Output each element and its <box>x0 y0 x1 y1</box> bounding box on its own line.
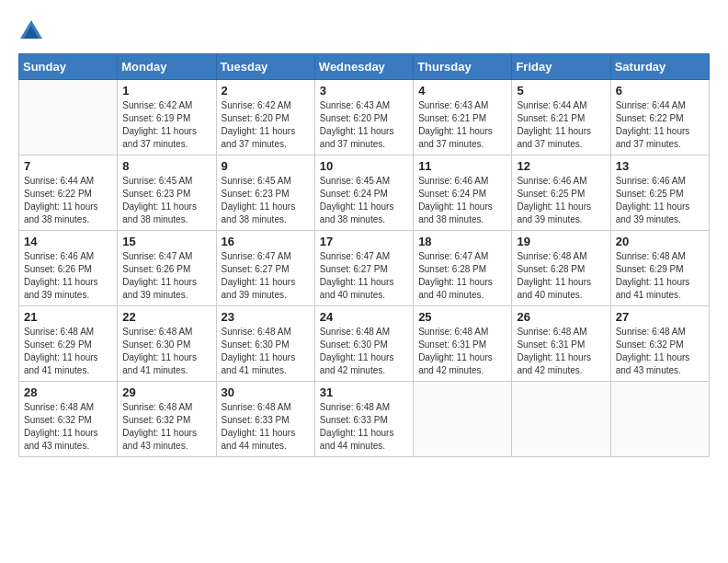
calendar-cell: 31Sunrise: 6:48 AM Sunset: 6:33 PM Dayli… <box>314 382 413 457</box>
day-info: Sunrise: 6:48 AM Sunset: 6:33 PM Dayligh… <box>222 401 310 453</box>
calendar-cell: 23Sunrise: 6:48 AM Sunset: 6:30 PM Dayli… <box>216 306 314 382</box>
calendar-cell: 2Sunrise: 6:42 AM Sunset: 6:20 PM Daylig… <box>216 80 314 155</box>
day-info: Sunrise: 6:45 AM Sunset: 6:24 PM Dayligh… <box>320 175 408 226</box>
calendar-cell: 24Sunrise: 6:48 AM Sunset: 6:30 PM Dayli… <box>314 306 413 382</box>
day-number: 17 <box>320 235 408 248</box>
calendar-cell: 12Sunrise: 6:46 AM Sunset: 6:25 PM Dayli… <box>512 155 610 231</box>
calendar-cell: 6Sunrise: 6:44 AM Sunset: 6:22 PM Daylig… <box>610 80 709 155</box>
day-info: Sunrise: 6:45 AM Sunset: 6:23 PM Dayligh… <box>122 175 210 226</box>
calendar-cell: 27Sunrise: 6:48 AM Sunset: 6:32 PM Dayli… <box>610 306 709 382</box>
day-number: 4 <box>418 84 506 98</box>
day-number: 1 <box>122 84 210 98</box>
day-info: Sunrise: 6:48 AM Sunset: 6:29 PM Dayligh… <box>24 326 112 377</box>
day-info: Sunrise: 6:48 AM Sunset: 6:31 PM Dayligh… <box>418 326 506 377</box>
weekday-header: Monday <box>118 54 216 80</box>
calendar-table: SundayMondayTuesdayWednesdayThursdayFrid… <box>18 53 710 457</box>
calendar-cell: 18Sunrise: 6:47 AM Sunset: 6:28 PM Dayli… <box>414 231 512 306</box>
logo-icon <box>18 18 44 44</box>
day-info: Sunrise: 6:44 AM Sunset: 6:22 PM Dayligh… <box>24 175 112 226</box>
calendar-cell: 5Sunrise: 6:44 AM Sunset: 6:21 PM Daylig… <box>512 80 610 155</box>
calendar-cell: 9Sunrise: 6:45 AM Sunset: 6:23 PM Daylig… <box>216 155 314 231</box>
day-info: Sunrise: 6:45 AM Sunset: 6:23 PM Dayligh… <box>222 175 310 226</box>
weekday-header-row: SundayMondayTuesdayWednesdayThursdayFrid… <box>19 54 710 80</box>
day-info: Sunrise: 6:47 AM Sunset: 6:26 PM Dayligh… <box>122 250 210 302</box>
day-number: 14 <box>24 235 112 248</box>
weekday-header: Saturday <box>610 54 709 80</box>
calendar-cell: 25Sunrise: 6:48 AM Sunset: 6:31 PM Dayli… <box>414 306 512 382</box>
day-number: 31 <box>320 385 408 399</box>
day-info: Sunrise: 6:42 AM Sunset: 6:20 PM Dayligh… <box>222 99 310 151</box>
calendar-cell: 14Sunrise: 6:46 AM Sunset: 6:26 PM Dayli… <box>19 231 118 306</box>
day-number: 2 <box>222 84 310 98</box>
day-info: Sunrise: 6:44 AM Sunset: 6:21 PM Dayligh… <box>517 99 605 151</box>
day-info: Sunrise: 6:48 AM Sunset: 6:32 PM Dayligh… <box>24 401 112 453</box>
day-number: 11 <box>418 159 506 173</box>
day-number: 22 <box>122 310 210 324</box>
day-info: Sunrise: 6:43 AM Sunset: 6:20 PM Dayligh… <box>320 99 408 151</box>
day-info: Sunrise: 6:47 AM Sunset: 6:27 PM Dayligh… <box>222 250 310 302</box>
day-info: Sunrise: 6:48 AM Sunset: 6:32 PM Dayligh… <box>122 401 210 453</box>
day-info: Sunrise: 6:48 AM Sunset: 6:30 PM Dayligh… <box>222 326 310 377</box>
logo <box>18 18 48 44</box>
calendar-week-row: 7Sunrise: 6:44 AM Sunset: 6:22 PM Daylig… <box>19 155 710 231</box>
calendar-cell: 10Sunrise: 6:45 AM Sunset: 6:24 PM Dayli… <box>314 155 413 231</box>
day-info: Sunrise: 6:46 AM Sunset: 6:25 PM Dayligh… <box>517 175 605 226</box>
day-info: Sunrise: 6:46 AM Sunset: 6:26 PM Dayligh… <box>24 250 112 302</box>
calendar-cell: 26Sunrise: 6:48 AM Sunset: 6:31 PM Dayli… <box>512 306 610 382</box>
calendar-cell: 16Sunrise: 6:47 AM Sunset: 6:27 PM Dayli… <box>216 231 314 306</box>
calendar-cell: 3Sunrise: 6:43 AM Sunset: 6:20 PM Daylig… <box>314 80 413 155</box>
calendar-cell: 29Sunrise: 6:48 AM Sunset: 6:32 PM Dayli… <box>118 382 216 457</box>
calendar-cell: 28Sunrise: 6:48 AM Sunset: 6:32 PM Dayli… <box>19 382 118 457</box>
day-info: Sunrise: 6:42 AM Sunset: 6:19 PM Dayligh… <box>122 99 210 151</box>
calendar-week-row: 14Sunrise: 6:46 AM Sunset: 6:26 PM Dayli… <box>19 231 710 306</box>
day-info: Sunrise: 6:43 AM Sunset: 6:21 PM Dayligh… <box>418 99 506 151</box>
calendar-cell: 11Sunrise: 6:46 AM Sunset: 6:24 PM Dayli… <box>414 155 512 231</box>
day-number: 5 <box>517 84 605 98</box>
day-info: Sunrise: 6:48 AM Sunset: 6:30 PM Dayligh… <box>320 326 408 377</box>
day-number: 3 <box>320 84 408 98</box>
weekday-header: Wednesday <box>314 54 413 80</box>
page-header <box>18 18 710 44</box>
calendar-cell: 19Sunrise: 6:48 AM Sunset: 6:28 PM Dayli… <box>512 231 610 306</box>
calendar-cell: 13Sunrise: 6:46 AM Sunset: 6:25 PM Dayli… <box>610 155 709 231</box>
day-number: 21 <box>24 310 112 324</box>
day-info: Sunrise: 6:46 AM Sunset: 6:25 PM Dayligh… <box>616 175 704 226</box>
day-number: 15 <box>122 235 210 248</box>
calendar-cell <box>610 382 709 457</box>
day-info: Sunrise: 6:48 AM Sunset: 6:29 PM Dayligh… <box>616 250 704 302</box>
day-info: Sunrise: 6:48 AM Sunset: 6:33 PM Dayligh… <box>320 401 408 453</box>
calendar-cell: 30Sunrise: 6:48 AM Sunset: 6:33 PM Dayli… <box>216 382 314 457</box>
day-number: 19 <box>517 235 605 248</box>
day-number: 30 <box>222 385 310 399</box>
weekday-header: Tuesday <box>216 54 314 80</box>
weekday-header: Friday <box>512 54 610 80</box>
day-number: 23 <box>222 310 310 324</box>
day-number: 28 <box>24 385 112 399</box>
day-info: Sunrise: 6:47 AM Sunset: 6:27 PM Dayligh… <box>320 250 408 302</box>
day-info: Sunrise: 6:48 AM Sunset: 6:30 PM Dayligh… <box>122 326 210 377</box>
day-number: 18 <box>418 235 506 248</box>
day-number: 8 <box>122 159 210 173</box>
day-number: 6 <box>616 84 704 98</box>
day-number: 29 <box>122 385 210 399</box>
day-number: 9 <box>222 159 310 173</box>
day-info: Sunrise: 6:44 AM Sunset: 6:22 PM Dayligh… <box>616 99 704 151</box>
weekday-header: Thursday <box>414 54 512 80</box>
day-info: Sunrise: 6:47 AM Sunset: 6:28 PM Dayligh… <box>418 250 506 302</box>
calendar-week-row: 28Sunrise: 6:48 AM Sunset: 6:32 PM Dayli… <box>19 382 710 457</box>
day-info: Sunrise: 6:48 AM Sunset: 6:32 PM Dayligh… <box>616 326 704 377</box>
day-number: 25 <box>418 310 506 324</box>
calendar-cell <box>19 80 118 155</box>
calendar-cell: 1Sunrise: 6:42 AM Sunset: 6:19 PM Daylig… <box>118 80 216 155</box>
day-number: 24 <box>320 310 408 324</box>
calendar-cell: 21Sunrise: 6:48 AM Sunset: 6:29 PM Dayli… <box>19 306 118 382</box>
day-info: Sunrise: 6:48 AM Sunset: 6:28 PM Dayligh… <box>517 250 605 302</box>
day-number: 26 <box>517 310 605 324</box>
calendar-cell: 4Sunrise: 6:43 AM Sunset: 6:21 PM Daylig… <box>414 80 512 155</box>
day-number: 12 <box>517 159 605 173</box>
calendar-week-row: 21Sunrise: 6:48 AM Sunset: 6:29 PM Dayli… <box>19 306 710 382</box>
day-number: 13 <box>616 159 704 173</box>
calendar-cell: 20Sunrise: 6:48 AM Sunset: 6:29 PM Dayli… <box>610 231 709 306</box>
day-number: 27 <box>616 310 704 324</box>
calendar-week-row: 1Sunrise: 6:42 AM Sunset: 6:19 PM Daylig… <box>19 80 710 155</box>
